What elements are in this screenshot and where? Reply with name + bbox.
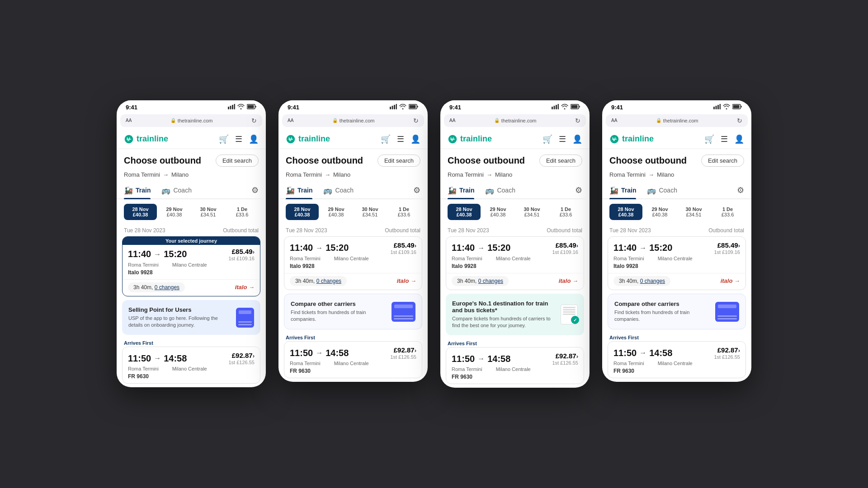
journey-times: 11:40 → 15:20 xyxy=(613,243,672,253)
date-pill-3[interactable]: 1 De £33.6 xyxy=(711,204,744,220)
url-text: thetrainline.com xyxy=(501,118,537,123)
arrives-first-card[interactable]: 11:50 → 14:58 £92.87› 1st £126.55 Roma T… xyxy=(122,347,260,384)
menu-icon[interactable]: ☰ xyxy=(397,134,404,144)
section-header: Tue 28 Nov 2023 Outbound total xyxy=(278,225,428,236)
af-train-ref: FR 9630 xyxy=(452,374,578,380)
date-pill-3[interactable]: 1 De £33.6 xyxy=(549,204,582,220)
journey-card-0[interactable]: Your selected journey 11:40 → 15:20 £85.… xyxy=(122,236,260,296)
page-header: Choose outbound Edit search xyxy=(117,149,266,170)
train-tab-label: Train xyxy=(297,187,312,194)
arrives-first-card[interactable]: 11:50 → 14:58 £92.87› 1st £126.55 Roma T… xyxy=(284,341,422,378)
profile-icon[interactable]: 👤 xyxy=(249,134,259,144)
section-header: Tue 28 Nov 2023 Outbound total xyxy=(602,225,751,236)
banner-card[interactable]: Compare other carriers Find tickets from… xyxy=(608,294,746,330)
tab-coach[interactable]: 🚌 Coach xyxy=(647,183,677,198)
tab-train[interactable]: 🚂 Train xyxy=(448,183,474,198)
profile-icon[interactable]: 👤 xyxy=(572,134,582,144)
browser-bar[interactable]: AA 🔒 thetrainline.com ↻ xyxy=(282,114,424,127)
trainline-logo[interactable]: trainline xyxy=(448,134,492,144)
profile-icon[interactable]: 👤 xyxy=(410,134,420,144)
date-price: £33.6 xyxy=(551,212,580,217)
browser-bar[interactable]: AA 🔒 thetrainline.com ↻ xyxy=(606,114,748,127)
tab-coach[interactable]: 🚌 Coach xyxy=(485,183,515,198)
browser-url: 🔒 thetrainline.com xyxy=(135,118,248,123)
refresh-icon[interactable]: ↻ xyxy=(575,117,580,124)
date-pill-0[interactable]: 28 Nov £40.38 xyxy=(609,204,642,220)
browser-bar[interactable]: AA 🔒 thetrainline.com ↻ xyxy=(120,114,262,127)
arrives-first-inner: 11:50 → 14:58 £92.87› 1st £126.55 Roma T… xyxy=(608,342,745,378)
filter-icon[interactable]: ⚙ xyxy=(737,185,744,195)
menu-icon[interactable]: ☰ xyxy=(559,134,566,144)
status-icons xyxy=(390,104,419,111)
journey-card-0[interactable]: 11:40 → 15:20 £85.49› 1st £109.16 Roma T… xyxy=(284,236,422,290)
tab-train[interactable]: 🚂 Train xyxy=(609,183,636,198)
af-price-arrow: › xyxy=(576,353,578,360)
coach-tab-label: Coach xyxy=(659,187,677,194)
filter-icon[interactable]: ⚙ xyxy=(413,185,420,195)
journey-card-0[interactable]: 11:40 → 15:20 £85.49› 1st £109.16 Roma T… xyxy=(608,236,746,290)
changes-link[interactable]: 0 changes xyxy=(316,278,341,284)
af-to-station: Milano Centrale xyxy=(496,366,531,372)
tab-train[interactable]: 🚂 Train xyxy=(124,183,151,198)
svg-rect-18 xyxy=(713,107,715,109)
date-pill-1[interactable]: 29 Nov £40.38 xyxy=(320,204,353,220)
changes-link[interactable]: 0 changes xyxy=(640,278,665,284)
edit-search-button[interactable]: Edit search xyxy=(216,155,259,167)
arrives-first-card[interactable]: 11:50 → 14:58 £92.87› 1st £126.55 Roma T… xyxy=(608,341,746,378)
to-station: Milano Centrale xyxy=(496,256,531,261)
date-pill-0[interactable]: 28 Nov £40.38 xyxy=(448,204,481,220)
date-pill-0[interactable]: 28 Nov £40.38 xyxy=(124,204,157,220)
tab-train[interactable]: 🚂 Train xyxy=(286,183,312,198)
battery-icon xyxy=(409,104,419,111)
arrives-first-card[interactable]: 11:50 → 14:58 £92.87› 1st £126.55 Roma T… xyxy=(446,347,584,384)
date-pill-2[interactable]: 30 Nov £34.51 xyxy=(354,204,387,220)
browser-bar[interactable]: AA 🔒 thetrainline.com ↻ xyxy=(444,114,586,127)
date-pill-2[interactable]: 30 Nov £34.51 xyxy=(192,204,225,220)
date-pill-1[interactable]: 29 Nov £40.38 xyxy=(643,204,676,220)
banner-card[interactable]: Compare other carriers Find tickets from… xyxy=(284,294,422,330)
date-pill-3[interactable]: 1 De £33.6 xyxy=(387,204,420,220)
date-pill-0[interactable]: 28 Nov £40.38 xyxy=(286,204,319,220)
edit-search-button[interactable]: Edit search xyxy=(377,155,420,167)
tab-coach[interactable]: 🚌 Coach xyxy=(161,183,191,198)
menu-icon[interactable]: ☰ xyxy=(235,134,242,144)
af-price: £92.87› xyxy=(717,346,740,354)
date-scroll: 28 Nov £40.38 29 Nov £40.38 30 Nov £34.5… xyxy=(602,199,751,225)
banner-card[interactable]: Europe's No.1 destination for train and … xyxy=(446,294,584,336)
refresh-icon[interactable]: ↻ xyxy=(251,117,257,124)
date-label: 29 Nov xyxy=(483,206,513,212)
date-pill-1[interactable]: 29 Nov £40.38 xyxy=(481,204,514,220)
filter-icon[interactable]: ⚙ xyxy=(575,185,582,195)
svg-rect-7 xyxy=(392,106,393,109)
svg-rect-14 xyxy=(556,105,557,109)
date-pill-2[interactable]: 30 Nov £34.51 xyxy=(515,204,548,220)
basket-icon[interactable]: 🛒 xyxy=(219,134,229,144)
changes-link[interactable]: 0 changes xyxy=(478,278,503,284)
edit-search-button[interactable]: Edit search xyxy=(539,155,582,167)
banner-text: Compare other carriers Find tickets from… xyxy=(291,300,387,323)
trainline-logo[interactable]: trainline xyxy=(286,134,330,144)
refresh-icon[interactable]: ↻ xyxy=(413,117,419,124)
edit-search-button[interactable]: Edit search xyxy=(701,155,744,167)
trainline-logo[interactable]: trainline xyxy=(609,134,654,144)
train-tab-icon: 🚂 xyxy=(286,186,295,195)
date-pill-3[interactable]: 1 De £33.6 xyxy=(226,204,259,220)
date-scroll: 28 Nov £40.38 29 Nov £40.38 30 Nov £34.5… xyxy=(278,199,428,225)
date-pill-2[interactable]: 30 Nov £34.51 xyxy=(677,204,710,220)
refresh-icon[interactable]: ↻ xyxy=(737,117,742,124)
filter-icon[interactable]: ⚙ xyxy=(251,185,259,195)
profile-icon[interactable]: 👤 xyxy=(734,134,744,144)
svg-rect-9 xyxy=(396,104,397,109)
tab-coach[interactable]: 🚌 Coach xyxy=(323,183,353,198)
date-pill-1[interactable]: 29 Nov £40.38 xyxy=(158,204,191,220)
trainline-logo[interactable]: trainline xyxy=(124,134,168,144)
date-label: 1 De xyxy=(713,206,742,212)
menu-icon[interactable]: ☰ xyxy=(721,134,728,144)
changes-link[interactable]: 0 changes xyxy=(155,284,179,291)
banner-card[interactable]: Selling Point for Users USP of the app t… xyxy=(122,300,260,335)
first-class-price: 1st £109.16 xyxy=(552,249,579,255)
journey-card-0[interactable]: 11:40 → 15:20 £85.49› 1st £109.16 Roma T… xyxy=(446,236,584,290)
basket-icon[interactable]: 🛒 xyxy=(704,134,714,144)
basket-icon[interactable]: 🛒 xyxy=(542,134,552,144)
basket-icon[interactable]: 🛒 xyxy=(381,134,391,144)
